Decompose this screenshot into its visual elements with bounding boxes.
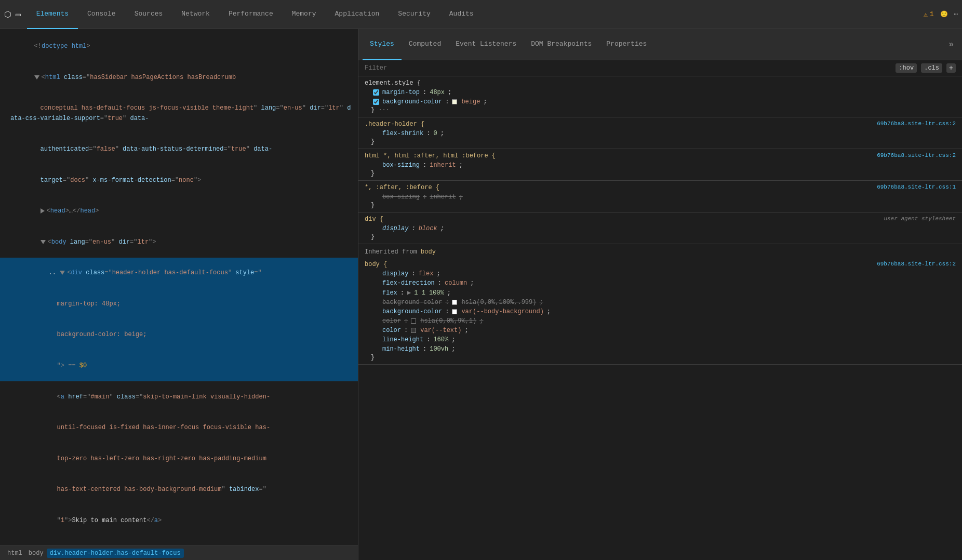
dom-skip-link5: "1">Skip to main content</a> xyxy=(0,505,358,537)
html-star-close-brace: } xyxy=(365,170,956,177)
tab-styles[interactable]: Styles xyxy=(363,29,402,60)
dom-headerareaholder[interactable]: <div id="headerAreaHolder" data-bi-name=… xyxy=(0,536,358,545)
tab-memory[interactable]: Memory xyxy=(283,0,326,29)
dom-html-attrs2: authenticated="false" data-auth-status-d… xyxy=(0,134,358,165)
add-style-button[interactable]: + xyxy=(946,63,956,73)
breadcrumb-body[interactable]: body xyxy=(25,549,47,558)
beige-color-swatch[interactable] xyxy=(452,99,457,104)
star-after-before-source[interactable]: 69b76ba8.site-ltr.css:1 xyxy=(877,184,956,190)
element-style-header: element.style { xyxy=(365,79,956,87)
tab-network[interactable]: Network xyxy=(172,0,219,29)
emoji-icon: 🙂 xyxy=(940,10,948,18)
devtools-icons: ⬡ ▭ xyxy=(4,9,21,20)
bg-hsla-swatch[interactable] xyxy=(452,300,457,305)
html-star-selector: html *, html :after, html :before { xyxy=(365,152,496,159)
dom-tree[interactable]: <!doctype html> <html class="hasSidebar … xyxy=(0,29,358,545)
element-style-selector: element.style { xyxy=(365,79,421,87)
breadcrumb-header-holder[interactable]: div.header-holder.has-default-focus xyxy=(47,549,184,558)
div-useragent-close-brace: } xyxy=(365,233,956,241)
element-style-close-brace: } ··· xyxy=(365,106,956,114)
bg-var-swatch[interactable] xyxy=(452,309,457,314)
div-selector: div { xyxy=(365,216,383,223)
style-color-var-row: color : var(--text) ; xyxy=(365,326,956,335)
tab-security[interactable]: Security xyxy=(389,0,439,29)
tab-event-listeners[interactable]: Event Listeners xyxy=(448,29,524,60)
style-margin-top-row: margin-top : 48px ; xyxy=(365,88,956,97)
dom-skip-link3: top-zero has-left-zero has-right-zero ha… xyxy=(0,444,358,475)
style-box-sizing-strike-row: box-sizing : inherit ; xyxy=(365,192,956,202)
dom-html-open[interactable]: <html class="hasSidebar hasPageActions h… xyxy=(0,62,358,94)
div-useragent-rule: div { user agent stylesheet display : bl… xyxy=(358,212,962,244)
more-icon[interactable]: ⋯ xyxy=(954,10,958,18)
more-tabs-button[interactable]: » xyxy=(944,40,958,49)
color-var-swatch[interactable] xyxy=(411,328,416,333)
html-star-rule: html *, html :after, html :before { 69b7… xyxy=(358,149,962,181)
style-flex-row: flex : ▶ 1 1 100% ; xyxy=(365,288,956,298)
cursor-icon[interactable]: ⬡ xyxy=(4,9,11,20)
header-holder-rule: .header-holder { 69b76ba8.site-ltr.css:2… xyxy=(358,117,962,149)
warning-badge: ⚠ 1 xyxy=(924,10,934,19)
tab-console[interactable]: Console xyxy=(78,0,125,29)
dom-head[interactable]: <head>…</head> xyxy=(0,196,358,227)
style-color-hsla-strike-row: color : hsla(0,0%,9%,1) ; xyxy=(365,316,956,326)
flex-expand-icon[interactable]: ▶ xyxy=(407,289,411,297)
left-panel: <!doctype html> <html class="hasSidebar … xyxy=(0,29,358,560)
style-display-flex-row: display : flex ; xyxy=(365,269,956,278)
star-after-before-selector: *, :after, :before { xyxy=(365,184,439,191)
expand-body[interactable] xyxy=(41,240,46,244)
margin-top-checkbox[interactable] xyxy=(373,89,379,96)
user-agent-label: user agent stylesheet xyxy=(884,216,956,222)
filter-controls: :hov .cls + xyxy=(896,63,956,73)
style-min-height-row: min-height : 100vh ; xyxy=(365,344,956,354)
tab-elements[interactable]: Elements xyxy=(27,0,78,29)
dom-skip-link[interactable]: <a href="#main" class="skip-to-main-link… xyxy=(0,381,358,412)
tab-performance[interactable]: Performance xyxy=(219,0,283,29)
bg-beige-checkbox[interactable] xyxy=(373,99,379,105)
tab-audits[interactable]: Audits xyxy=(440,0,483,29)
color-hsla-swatch[interactable] xyxy=(411,318,416,324)
star-after-before-header: *, :after, :before { 69b76ba8.site-ltr.c… xyxy=(365,184,956,191)
style-line-height-row: line-height : 160% ; xyxy=(365,335,956,344)
header-holder-selector: .header-holder { xyxy=(365,121,424,128)
dom-body[interactable]: <body lang="en-us" dir="ltr"> xyxy=(0,227,358,258)
style-flex-shrink-row: flex-shrink : 0 ; xyxy=(365,129,956,138)
div-useragent-header: div { user agent stylesheet xyxy=(365,216,956,223)
inherited-target: body xyxy=(421,248,436,256)
dom-skip-link4: has-text-centered has-body-background-me… xyxy=(0,474,358,505)
style-bg-beige-row: background-color : beige ; xyxy=(365,97,956,106)
breadcrumb-html[interactable]: html xyxy=(4,549,25,558)
style-box-sizing-inherit-row: box-sizing : inherit ; xyxy=(365,161,956,170)
header-holder-close-brace: } xyxy=(365,138,956,145)
expand-head[interactable] xyxy=(41,208,45,214)
tab-sources[interactable]: Sources xyxy=(125,0,172,29)
style-bg-hsla-strike-row: background-color : hsla(0,0%,100%,.999) … xyxy=(365,298,956,307)
filter-input[interactable] xyxy=(365,64,891,72)
style-flex-direction-row: flex-direction : column ; xyxy=(365,278,956,288)
tab-computed[interactable]: Computed xyxy=(402,29,448,60)
breadcrumb-bar: html body div.header-holder.has-default-… xyxy=(0,545,358,560)
header-holder-source[interactable]: 69b76ba8.site-ltr.css:2 xyxy=(877,121,956,127)
top-tab-bar: ⬡ ▭ Elements Console Sources Network Per… xyxy=(0,0,962,29)
body-rule: body { 69b76ba8.site-ltr.css:2 display :… xyxy=(358,258,962,365)
tab-dom-breakpoints[interactable]: DOM Breakpoints xyxy=(524,29,599,60)
body-rule-header: body { 69b76ba8.site-ltr.css:2 xyxy=(365,261,956,268)
main-layout: <!doctype html> <html class="hasSidebar … xyxy=(0,29,962,560)
hov-button[interactable]: :hov xyxy=(896,63,917,73)
html-star-source[interactable]: 69b76ba8.site-ltr.css:2 xyxy=(877,152,956,158)
dom-html-attrs: conceptual has-default-focus js-focus-vi… xyxy=(0,93,358,134)
element-style-more[interactable]: ··· xyxy=(378,106,390,114)
expand-html[interactable] xyxy=(34,75,39,79)
device-icon[interactable]: ▭ xyxy=(16,9,21,20)
dom-header-holder[interactable]: .. <div class="header-holder has-default… xyxy=(0,258,358,289)
tab-properties[interactable]: Properties xyxy=(599,29,654,60)
tab-application[interactable]: Application xyxy=(326,0,389,29)
dom-header-holder-style2: background-color: beige; xyxy=(0,319,358,351)
expand-header-holder[interactable] xyxy=(60,271,65,275)
html-star-rule-header: html *, html :after, html :before { 69b7… xyxy=(365,152,956,159)
star-after-before-close-brace: } xyxy=(365,202,956,209)
style-bg-var-row: background-color : var(--body-background… xyxy=(365,307,956,316)
body-source[interactable]: 69b76ba8.site-ltr.css:2 xyxy=(877,261,956,267)
element-style-rule: element.style { margin-top : 48px ; back… xyxy=(358,76,962,117)
cls-button[interactable]: .cls xyxy=(921,63,942,73)
dom-header-holder-close: "> == $0 xyxy=(0,351,358,382)
